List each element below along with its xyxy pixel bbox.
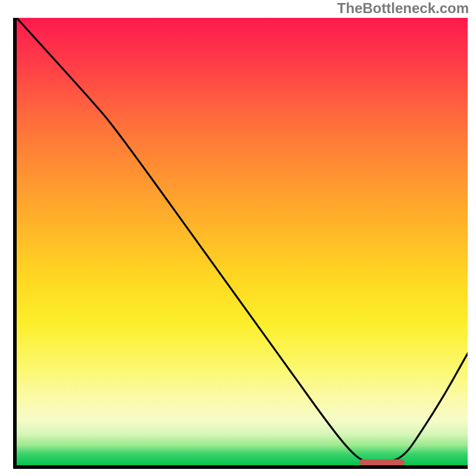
plot-area (13, 18, 468, 469)
optimal-range-marker (359, 459, 405, 465)
watermark-text: TheBottleneck.com (337, 0, 469, 17)
chart-container: TheBottleneck.com (0, 0, 476, 476)
bottleneck-curve (17, 18, 468, 465)
curve-path (17, 18, 468, 463)
